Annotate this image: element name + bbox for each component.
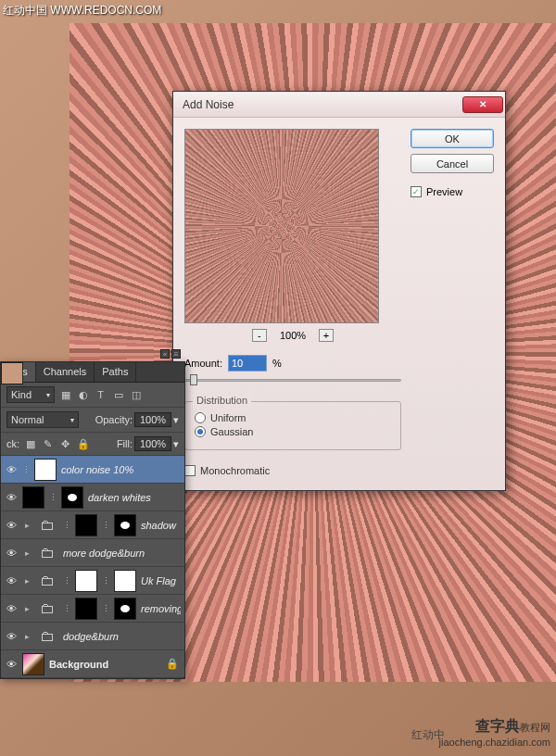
layers-panel: « ≡ yers Channels Paths Kind▾ ▦ ◐ T ▭ ◫ … — [0, 361, 185, 679]
link-icon: ⋮ — [49, 493, 57, 502]
layer-name[interactable]: darken whites — [88, 492, 181, 503]
chevron-down-icon[interactable]: ▾ — [173, 414, 179, 426]
chevron-down-icon: ▾ — [46, 391, 50, 399]
filter-pixel-icon[interactable]: ▦ — [58, 388, 72, 402]
visibility-icon[interactable]: 👁 — [5, 492, 18, 503]
link-icon: ⋮ — [63, 576, 70, 586]
zoom-out-button[interactable]: - — [252, 329, 267, 342]
slider-thumb[interactable] — [190, 374, 197, 385]
lock-all-icon[interactable]: 🔒 — [76, 437, 90, 451]
blend-label: Normal — [11, 414, 44, 425]
disclosure-icon[interactable]: ▸ — [22, 632, 32, 641]
lock-paint-icon[interactable]: ✎ — [41, 437, 55, 451]
layer-name[interactable]: removing red — [141, 603, 181, 614]
kind-dropdown[interactable]: Kind▾ — [6, 386, 55, 403]
amount-input[interactable] — [228, 355, 267, 372]
monochromatic-checkbox[interactable] — [184, 465, 196, 476]
blend-mode-dropdown[interactable]: Normal▾ — [6, 411, 79, 428]
layer-row[interactable]: 👁Background🔒 — [1, 650, 184, 678]
fill-label: Fill: — [117, 438, 133, 449]
filter-adjust-icon[interactable]: ◐ — [76, 388, 90, 402]
layer-mask-thumbnail[interactable] — [114, 598, 136, 620]
link-icon: ⋮ — [63, 521, 70, 530]
visibility-icon[interactable]: 👁 — [5, 631, 18, 642]
layer-name[interactable]: Uk Flag — [141, 575, 181, 586]
watermark-bottom-right: 查字典教程网 jiaocheng.chazidian.com — [439, 717, 550, 749]
lock-transparency-icon[interactable]: ▩ — [23, 437, 37, 451]
chevron-down-icon[interactable]: ▾ — [173, 438, 179, 450]
amount-slider[interactable] — [184, 373, 401, 388]
filter-smart-icon[interactable]: ◫ — [129, 388, 143, 402]
layer-name[interactable]: shadow — [141, 520, 181, 531]
link-icon: ⋮ — [22, 465, 30, 474]
fill-input[interactable]: 100% — [134, 436, 171, 451]
layer-thumbnail[interactable] — [75, 598, 97, 620]
layer-mask-thumbnail[interactable] — [114, 570, 136, 592]
disclosure-icon[interactable]: ▸ — [22, 604, 32, 613]
monochromatic-label: Monochromatic — [200, 465, 270, 476]
ok-button[interactable]: OK — [411, 129, 494, 148]
zoom-in-button[interactable]: + — [319, 329, 334, 342]
uniform-radio-row[interactable]: Uniform — [195, 412, 391, 423]
dialog-titlebar[interactable]: Add Noise ✕ — [173, 92, 505, 118]
layer-row[interactable]: 👁⋮color noise 10% — [1, 456, 184, 484]
layer-thumbnail[interactable] — [22, 486, 44, 509]
layer-thumbnail[interactable] — [75, 514, 97, 536]
lock-position-icon[interactable]: ✥ — [58, 437, 72, 451]
layer-row[interactable]: 👁▸🗀⋮⋮removing red — [1, 595, 184, 623]
opacity-input[interactable]: 100% — [134, 412, 171, 427]
add-noise-dialog: Add Noise ✕ - 100% + Amount: % Distribut… — [172, 91, 506, 491]
gaussian-radio[interactable] — [195, 426, 206, 437]
close-icon[interactable]: ✕ — [462, 96, 503, 113]
zoom-controls: - 100% + — [184, 329, 401, 342]
tab-channels[interactable]: Channels — [36, 362, 95, 382]
preview-checkbox-row[interactable]: ✓ Preview — [411, 186, 494, 197]
layer-mask-thumbnail[interactable] — [34, 459, 57, 481]
layer-thumbnail[interactable] — [22, 653, 44, 675]
layer-mask-thumbnail[interactable] — [61, 486, 83, 509]
visibility-icon[interactable]: 👁 — [5, 603, 18, 614]
layer-thumbnail[interactable] — [1, 362, 23, 384]
layers-list: 👁⋮color noise 10%👁⋮darken whites👁▸🗀⋮⋮sha… — [1, 456, 184, 678]
zoom-percent: 100% — [280, 330, 306, 341]
tab-paths[interactable]: Paths — [95, 362, 136, 382]
menu-icon[interactable]: ≡ — [171, 349, 181, 359]
wm-logo-main: 查字典 — [475, 718, 520, 734]
panel-tabs: yers Channels Paths — [1, 362, 184, 383]
uniform-label: Uniform — [210, 412, 246, 423]
layer-name[interactable]: more dodge&burn — [63, 548, 181, 559]
dialog-title: Add Noise — [183, 98, 462, 111]
layer-row[interactable]: 👁▸🗀⋮⋮Uk Flag — [1, 567, 184, 595]
visibility-icon[interactable]: 👁 — [5, 659, 18, 670]
noise-preview[interactable] — [184, 129, 379, 323]
disclosure-icon[interactable]: ▸ — [22, 548, 32, 558]
disclosure-icon[interactable]: ▸ — [22, 576, 32, 586]
layer-name[interactable]: dodge&burn — [63, 631, 181, 642]
disclosure-icon[interactable]: ▸ — [22, 521, 32, 530]
visibility-icon[interactable]: 👁 — [5, 548, 18, 559]
blend-row: Normal▾ Opacity: 100% ▾ — [1, 408, 184, 433]
folder-icon: 🗀 — [36, 570, 58, 592]
layer-name[interactable]: Background — [49, 659, 161, 670]
layer-row[interactable]: 👁▸🗀⋮⋮shadow — [1, 511, 184, 539]
uniform-radio[interactable] — [195, 412, 206, 423]
layer-row[interactable]: 👁▸🗀dodge&burn — [1, 623, 184, 650]
preview-checkbox[interactable]: ✓ — [411, 186, 422, 197]
layer-thumbnail[interactable] — [75, 570, 97, 592]
visibility-icon[interactable]: 👁 — [5, 520, 18, 531]
layer-row[interactable]: 👁⋮darken whites — [1, 484, 184, 511]
layer-mask-thumbnail[interactable] — [114, 514, 136, 536]
gaussian-label: Gaussian — [210, 426, 253, 437]
collapse-icon[interactable]: « — [160, 349, 170, 359]
monochromatic-row[interactable]: Monochromatic — [184, 465, 401, 476]
filter-type-icon[interactable]: T — [94, 388, 107, 402]
layer-name[interactable]: color noise 10% — [61, 464, 181, 475]
filter-shape-icon[interactable]: ▭ — [111, 388, 125, 402]
visibility-icon[interactable]: 👁 — [5, 464, 18, 475]
cancel-button[interactable]: Cancel — [411, 154, 494, 173]
visibility-icon[interactable]: 👁 — [5, 575, 18, 586]
gaussian-radio-row[interactable]: Gaussian — [195, 426, 391, 437]
layer-row[interactable]: 👁▸🗀more dodge&burn — [1, 539, 184, 567]
amount-suffix: % — [272, 358, 282, 369]
lock-row: ck: ▩ ✎ ✥ 🔒 Fill: 100% ▾ — [1, 433, 184, 456]
